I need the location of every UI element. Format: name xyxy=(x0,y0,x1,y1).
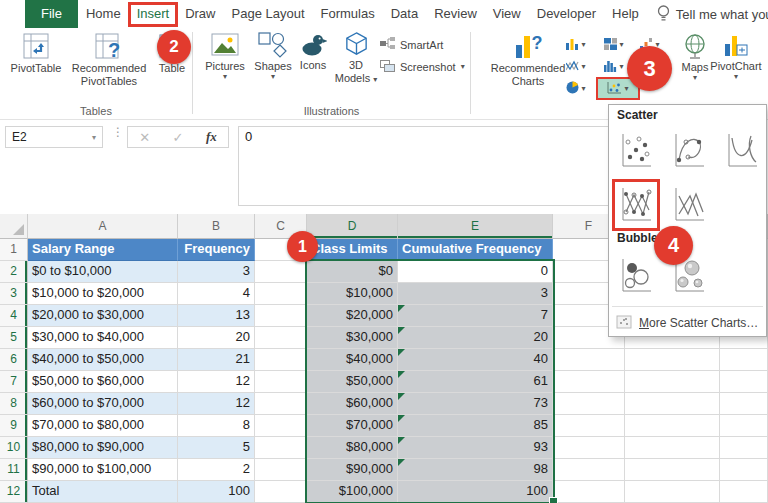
scatter-straight-lines-markers-option[interactable] xyxy=(615,182,657,228)
row-header[interactable]: 5 xyxy=(0,327,28,349)
insert-function-icon[interactable]: fx xyxy=(206,129,217,145)
cell-frequency[interactable]: 20 xyxy=(178,327,255,349)
cell-d1[interactable]: Class Limits xyxy=(307,239,398,261)
cell-empty[interactable] xyxy=(553,481,625,503)
row-header[interactable]: 8 xyxy=(0,393,28,415)
insert-statistic-chart-button[interactable]: ▾ xyxy=(598,57,630,77)
enter-icon[interactable]: ✓ xyxy=(173,130,184,145)
cell-empty[interactable] xyxy=(720,459,768,481)
recommended-pivottables-button[interactable]: ? Recommended PivotTables xyxy=(66,31,152,88)
cell-cumulative-frequency[interactable]: 40 xyxy=(398,349,553,371)
cell-empty[interactable] xyxy=(255,283,307,305)
cell-empty[interactable] xyxy=(720,481,768,503)
pivotchart-button[interactable]: PivotChart ▾ xyxy=(704,33,768,81)
more-scatter-charts-item[interactable]: More Scatter Charts… xyxy=(609,310,766,336)
cell-salary-range[interactable]: $40,000 to $50,000 xyxy=(28,349,178,371)
row-header[interactable]: 11 xyxy=(0,459,28,481)
tab-insert[interactable]: Insert xyxy=(129,0,178,28)
cell-frequency[interactable]: 2 xyxy=(178,459,255,481)
cell-empty[interactable] xyxy=(255,415,307,437)
cell-empty[interactable] xyxy=(625,481,720,503)
scatter-smooth-markers-option[interactable] xyxy=(668,128,710,174)
cell-empty[interactable] xyxy=(255,371,307,393)
cell-empty[interactable] xyxy=(625,349,720,371)
tab-developer[interactable]: Developer xyxy=(529,0,604,28)
tab-review[interactable]: Review xyxy=(426,0,485,28)
recommended-charts-button[interactable]: ? Recommended Charts xyxy=(486,31,570,88)
cell-empty[interactable] xyxy=(720,349,768,371)
cell-salary-range[interactable]: $20,000 to $30,000 xyxy=(28,305,178,327)
cell-b1[interactable]: Frequency xyxy=(178,239,255,261)
cell-salary-range[interactable]: Total xyxy=(28,481,178,503)
column-header-e[interactable]: E xyxy=(398,214,553,239)
formula-bar-splitter-icon[interactable]: ⋮ xyxy=(112,127,124,137)
pictures-button[interactable]: Pictures ▾ xyxy=(198,31,252,81)
tab-view[interactable]: View xyxy=(485,0,529,28)
cell-empty[interactable] xyxy=(625,459,720,481)
cell-cumulative-frequency[interactable]: 73 xyxy=(398,393,553,415)
select-all-corner[interactable] xyxy=(0,214,28,239)
cell-class-limits[interactable]: $0 xyxy=(307,261,398,283)
3d-models-button[interactable]: 3D Models ▾ xyxy=(332,31,380,85)
cell-empty[interactable] xyxy=(553,371,625,393)
column-header-a[interactable]: A xyxy=(28,214,178,239)
insert-line-chart-button[interactable]: ▾ xyxy=(560,57,592,77)
cell-empty[interactable] xyxy=(553,459,625,481)
cell-cumulative-frequency[interactable]: 7 xyxy=(398,305,553,327)
cancel-icon[interactable]: ✕ xyxy=(139,130,150,145)
cell-frequency[interactable]: 8 xyxy=(178,415,255,437)
cell-empty[interactable] xyxy=(255,481,307,503)
scatter-option[interactable] xyxy=(615,128,657,174)
cell-a1[interactable]: Salary Range xyxy=(28,239,178,261)
cell-cumulative-frequency[interactable]: 93 xyxy=(398,437,553,459)
row-header[interactable]: 1 xyxy=(0,239,28,261)
cell-empty[interactable] xyxy=(255,327,307,349)
tab-file[interactable]: File xyxy=(25,0,78,28)
cell-frequency[interactable]: 12 xyxy=(178,393,255,415)
cell-empty[interactable] xyxy=(625,415,720,437)
cell-frequency[interactable]: 21 xyxy=(178,349,255,371)
smartart-button[interactable]: SmartArt xyxy=(380,37,443,52)
row-header[interactable]: 4 xyxy=(0,305,28,327)
cell-cumulative-frequency[interactable]: 98 xyxy=(398,459,553,481)
tell-me-search[interactable]: Tell me what you w xyxy=(657,0,768,28)
cell-empty[interactable] xyxy=(255,349,307,371)
cell-salary-range[interactable]: $70,000 to $80,000 xyxy=(28,415,178,437)
cell-salary-range[interactable]: $0 to $10,000 xyxy=(28,261,178,283)
cell-salary-range[interactable]: $10,000 to $20,000 xyxy=(28,283,178,305)
cell-frequency[interactable]: 13 xyxy=(178,305,255,327)
shapes-button[interactable]: Shapes ▾ xyxy=(252,31,294,81)
cell-class-limits[interactable]: $70,000 xyxy=(307,415,398,437)
cell-empty[interactable] xyxy=(720,415,768,437)
cell-salary-range[interactable]: $90,000 to $100,000 xyxy=(28,459,178,481)
cell-class-limits[interactable]: $100,000 xyxy=(307,481,398,503)
bubble-option[interactable] xyxy=(615,253,657,299)
row-header[interactable]: 3 xyxy=(0,283,28,305)
cell-empty[interactable] xyxy=(625,371,720,393)
name-box[interactable]: E2 ▾ xyxy=(5,126,103,148)
tab-home[interactable]: Home xyxy=(78,0,129,28)
fill-handle[interactable] xyxy=(549,497,558,503)
tab-data[interactable]: Data xyxy=(383,0,426,28)
row-header[interactable]: 2 xyxy=(0,261,28,283)
cell-empty[interactable] xyxy=(553,393,625,415)
cell-salary-range[interactable]: $60,000 to $70,000 xyxy=(28,393,178,415)
cell-frequency[interactable]: 5 xyxy=(178,437,255,459)
column-header-b[interactable]: B xyxy=(178,214,255,239)
cell-cumulative-frequency[interactable]: 85 xyxy=(398,415,553,437)
cell-class-limits[interactable]: $90,000 xyxy=(307,459,398,481)
cell-class-limits[interactable]: $20,000 xyxy=(307,305,398,327)
cell-empty[interactable] xyxy=(720,371,768,393)
cell-empty[interactable] xyxy=(553,437,625,459)
row-header[interactable]: 10 xyxy=(0,437,28,459)
cell-class-limits[interactable]: $30,000 xyxy=(307,327,398,349)
cell-frequency[interactable]: 4 xyxy=(178,283,255,305)
scatter-smooth-lines-option[interactable] xyxy=(721,128,763,174)
cell-empty[interactable] xyxy=(720,393,768,415)
cell-empty[interactable] xyxy=(255,459,307,481)
cell-empty[interactable] xyxy=(720,437,768,459)
tab-draw[interactable]: Draw xyxy=(177,0,223,28)
cell-frequency[interactable]: 12 xyxy=(178,371,255,393)
cell-empty[interactable] xyxy=(553,415,625,437)
cell-class-limits[interactable]: $80,000 xyxy=(307,437,398,459)
